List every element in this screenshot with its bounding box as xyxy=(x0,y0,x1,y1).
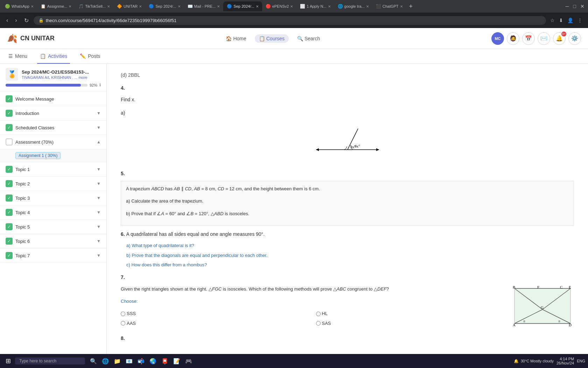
browser-tab-6[interactable]: ✉️ Mail - PRE... ✕ xyxy=(184,1,224,11)
subnav-menu[interactable]: ☰ Menu xyxy=(6,49,30,64)
new-tab-button[interactable]: + xyxy=(406,3,416,10)
tab-close-10[interactable]: ✕ xyxy=(366,5,369,8)
progress-info-icon[interactable]: ℹ xyxy=(99,83,101,87)
browser-tab-7[interactable]: 🔵 Sep 2024/... ✕ xyxy=(223,1,262,11)
browser-tab-5[interactable]: 🔵 Sep 2024/... ✕ xyxy=(145,1,184,11)
tab-close-5[interactable]: ✕ xyxy=(178,5,181,8)
tab-close-9[interactable]: ✕ xyxy=(328,5,331,8)
user-profile-icon[interactable]: 👤 xyxy=(566,16,575,25)
browser-tab-1[interactable]: 🟢 WhatsApp ✕ xyxy=(1,1,37,11)
user-more-link[interactable]: ... more xyxy=(74,75,87,80)
prev-answer: (d) 2BBL xyxy=(121,71,574,80)
user-link[interactable]: TIVAGARAN A/L KRISHNAN . ... more xyxy=(22,75,88,80)
download-icon[interactable]: ⬇ xyxy=(558,16,565,25)
taskbar-start[interactable]: ⊞ xyxy=(3,357,14,365)
subnav-menu-label: Menu xyxy=(15,53,27,59)
question-5b: b) Prove that if ∠A = 60° and ∠B = 120°,… xyxy=(126,210,569,218)
tab-label-7: Sep 2024/... xyxy=(233,4,254,8)
question-6-num: 6. A quadrilateral has all sides equal a… xyxy=(121,230,574,239)
taskbar-search-box[interactable]: Type here to search xyxy=(15,357,85,364)
taskbar-explorer-icon[interactable]: 📁 xyxy=(112,357,123,366)
sidebar-item-assessment[interactable]: Assessment (70%) ▲ xyxy=(0,135,106,149)
taskbar-outlook-icon[interactable]: 📬 xyxy=(135,357,147,366)
browser-tab-3[interactable]: 🎵 TikTokSell... ✕ xyxy=(75,1,113,11)
user-avatar-2[interactable]: 🧔 xyxy=(507,32,519,45)
option-sss[interactable]: SSS xyxy=(121,309,309,318)
tab-close-1[interactable]: ✕ xyxy=(31,5,34,8)
reload-button[interactable]: ↻ xyxy=(22,16,31,25)
forward-button[interactable]: › xyxy=(13,16,19,24)
tab-close-8[interactable]: ✕ xyxy=(290,5,293,8)
subnav-activities[interactable]: 📋 Activities xyxy=(37,49,70,64)
sidebar-item-welcome[interactable]: ✓ Welcome Message xyxy=(0,92,106,106)
tab-close-6[interactable]: ✕ xyxy=(217,5,220,8)
browser-tab-2[interactable]: 📋 Assignme... ✕ xyxy=(37,1,75,11)
tab-label-5: Sep 2024/... xyxy=(155,4,176,8)
close-browser-button[interactable]: ✕ xyxy=(578,4,587,9)
user-mc-avatar[interactable]: MC xyxy=(491,32,504,45)
browser-tab-11[interactable]: ⬛ ChatGPT ✕ xyxy=(372,1,406,11)
browser-tab-8[interactable]: 🔴 ePENSv2 ✕ xyxy=(262,1,297,11)
taskbar-mail-icon[interactable]: 📧 xyxy=(124,357,135,366)
minimize-button[interactable]: ─ xyxy=(564,4,571,9)
calendar-icon: 📅 xyxy=(525,35,532,42)
sidebar-item-topic5[interactable]: ✓ Topic 5 ▼ xyxy=(0,220,106,234)
triangle-svg: B F C E G A D = = xyxy=(511,285,574,327)
sidebar-item-topic3[interactable]: ✓ Topic 3 ▼ xyxy=(0,191,106,205)
taskbar-chrome-icon[interactable]: 🌏 xyxy=(147,357,159,366)
sidebar-item-topic2[interactable]: ✓ Topic 2 ▼ xyxy=(0,177,106,191)
taskbar-word-icon[interactable]: 📝 xyxy=(171,357,182,366)
option-sas[interactable]: SAS xyxy=(316,319,504,327)
tab-label-6: Mail - PRE... xyxy=(194,4,216,8)
radio-aas[interactable] xyxy=(121,321,125,326)
sidebar-item-topic4[interactable]: ✓ Topic 4 ▼ xyxy=(0,205,106,220)
windows-start-icon[interactable]: ⊞ xyxy=(6,357,11,365)
radio-hl[interactable] xyxy=(316,312,321,316)
epens-tab-icon: 🔴 xyxy=(266,4,271,9)
radio-sas[interactable] xyxy=(316,321,321,326)
taskbar-edge-icon[interactable]: 🌐 xyxy=(100,357,111,366)
calendar-button[interactable]: 📅 xyxy=(522,32,535,45)
mail-button[interactable]: ✉️ xyxy=(538,32,550,45)
nav-home[interactable]: 🏠 Home xyxy=(226,36,246,41)
main-navigation: 🏠 Home 📋 Courses 🔍 Search xyxy=(226,34,320,43)
course-icon-img: 🏅 xyxy=(8,70,16,79)
svg-marker-2 xyxy=(376,148,379,151)
app-logo: 🍂 CN UNITAR xyxy=(7,34,55,43)
topic1-label: Topic 1 xyxy=(15,167,94,172)
check-scheduled: ✓ xyxy=(6,124,13,131)
settings-button[interactable]: ⚙️ xyxy=(568,32,581,45)
subnav-posts[interactable]: ✏️ Posts xyxy=(77,49,103,64)
sidebar-item-scheduled[interactable]: ✓ Scheduled Classes ▼ xyxy=(0,121,106,135)
menu-dots-icon[interactable]: ⋮ xyxy=(576,16,584,25)
angle-svg: 3x° 9x° xyxy=(309,122,386,164)
notifications-button[interactable]: 🔔 9+ xyxy=(553,32,566,45)
restore-button[interactable]: □ xyxy=(571,4,578,9)
option-aas[interactable]: AAS xyxy=(121,319,309,327)
browser-tab-4[interactable]: 🔶 UNITAR ✕ xyxy=(113,1,145,11)
url-bar[interactable]: 🔒 thecn.com/course/5694714/activity/66de… xyxy=(34,16,546,25)
sidebar-item-introduction[interactable]: ✓ Introduction ▼ xyxy=(0,106,106,121)
taskbar-outlook2-icon[interactable]: 📮 xyxy=(159,357,170,366)
tab-close-7[interactable]: ✕ xyxy=(256,5,259,8)
sidebar-item-topic6[interactable]: ✓ Topic 6 ▼ xyxy=(0,234,106,248)
nav-search[interactable]: 🔍 Search xyxy=(297,36,320,41)
bookmark-icon[interactable]: ☆ xyxy=(549,16,556,25)
sidebar-subitem-assignment1[interactable]: Assignment 1 ( 30%) xyxy=(0,149,106,162)
browser-tab-10[interactable]: 🌐 google tra... ✕ xyxy=(334,1,372,11)
browser-tab-9[interactable]: ⬜ 1 Apply N... ✕ xyxy=(296,1,334,11)
tab-close-3[interactable]: ✕ xyxy=(107,5,110,8)
sidebar-item-topic7[interactable]: ✓ Topic 7 ▼ xyxy=(0,248,106,263)
taskbar-game-icon[interactable]: 🎮 xyxy=(183,357,194,366)
question-7-diagram: B F C E G A D = = xyxy=(511,285,574,330)
taskbar-notification-icon[interactable]: 🔔 xyxy=(514,359,519,363)
nav-courses[interactable]: 📋 Courses xyxy=(255,34,289,43)
tab-close-4[interactable]: ✕ xyxy=(139,5,142,8)
back-button[interactable]: ‹ xyxy=(4,16,10,24)
sidebar-item-topic1[interactable]: ✓ Topic 1 ▼ xyxy=(0,162,106,177)
radio-sss[interactable] xyxy=(121,312,125,316)
option-hl[interactable]: HL xyxy=(316,309,504,318)
tab-close-2[interactable]: ✕ xyxy=(69,5,71,8)
taskbar-cortana-icon[interactable]: 🔍 xyxy=(88,357,99,366)
tab-close-11[interactable]: ✕ xyxy=(400,5,403,8)
